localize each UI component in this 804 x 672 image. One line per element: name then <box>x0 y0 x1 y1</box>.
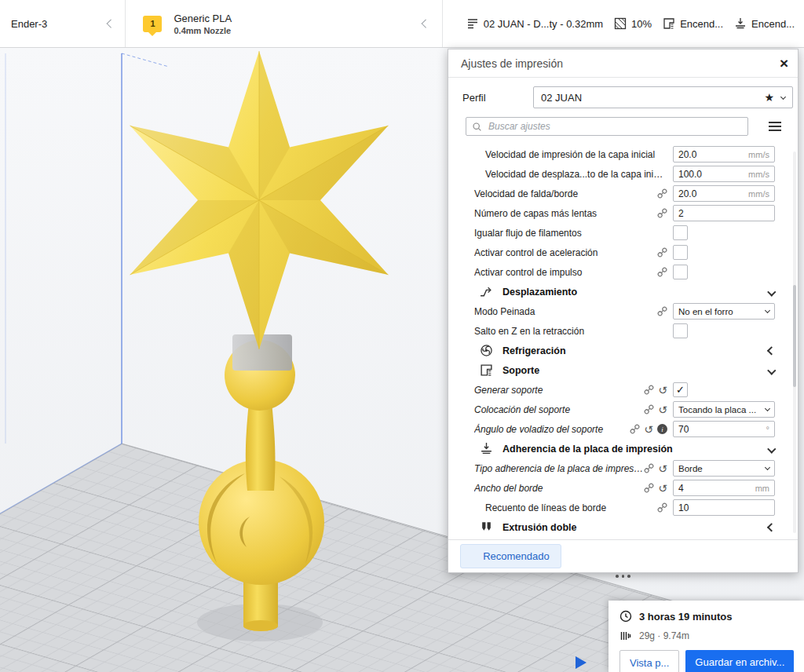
adhesion-icon <box>734 17 747 30</box>
infill-value: 10% <box>631 18 652 30</box>
print-settings-summary[interactable]: 02 JUAN - D...ty - 0.32mm 10% Encend... … <box>443 0 804 47</box>
material-usage-row: 29g · 9.74m <box>619 630 793 642</box>
chevron-left-icon <box>422 19 431 28</box>
scrollbar-thumb[interactable] <box>793 285 796 387</box>
material-usage: 29g · 9.74m <box>639 630 689 641</box>
support-summary-item: Encend... <box>663 17 723 30</box>
info-icon[interactable]: i <box>657 424 667 434</box>
setting-checkbox[interactable] <box>673 265 688 279</box>
print-settings-panel: Ajustes de impresión × Perfil 02 JUAN ★ … <box>448 49 799 573</box>
play-icon[interactable] <box>576 656 587 669</box>
setting-label: Ancho del borde <box>474 483 644 494</box>
material-selector[interactable]: 1 Generic PLA 0.4mm Nozzle <box>126 0 442 47</box>
profile-value: 02 JUAN <box>541 92 757 104</box>
setting-input[interactable]: 2 <box>673 205 775 221</box>
profile-label: Perfil <box>462 92 525 104</box>
chevron-down-icon <box>765 308 770 313</box>
category-row-soporte[interactable]: Soporte <box>448 360 798 380</box>
revert-icon[interactable]: ↺ <box>658 385 667 396</box>
setting-label: Modo Peinada <box>474 306 657 317</box>
setting-checkbox[interactable]: ✓ <box>673 382 688 397</box>
setting-row-tipo-adherencia-de-la-placa-de-impresion: Tipo adherencia de la placa de impresión… <box>448 458 798 478</box>
chevron-left-icon <box>471 553 477 559</box>
category-row-extrusion-doble[interactable]: Extrusión doble <box>448 517 798 537</box>
adhesion-value: Encend... <box>751 18 795 30</box>
setting-row-modo-peinada: Modo PeinadaNo en el forro <box>448 301 798 321</box>
link-icon <box>657 188 667 199</box>
link-icon <box>657 247 667 257</box>
favorite-star-icon[interactable]: ★ <box>764 92 774 103</box>
panel-title: Ajustes de impresión <box>461 57 780 70</box>
chevron-down-icon <box>768 287 777 296</box>
travel-icon <box>480 285 493 298</box>
build-volume-lines <box>5 53 169 444</box>
setting-checkbox[interactable] <box>673 323 688 338</box>
top-bar: Ender-3 1 Generic PLA 0.4mm Nozzle 02 JU… <box>0 0 804 48</box>
printer-name: Ender-3 <box>11 18 47 30</box>
category-label: Adherencia de la placa de impresión <box>502 444 759 455</box>
setting-row-velocidad-de-falda-borde: Velocidad de falda/borde20.0mm/s <box>448 184 798 203</box>
setting-select[interactable]: Borde <box>673 460 775 477</box>
material-name: Generic PLA <box>174 13 232 24</box>
setting-checkbox[interactable] <box>673 245 688 260</box>
setting-input[interactable]: 70° <box>673 421 775 437</box>
infill-summary-item: 10% <box>614 17 652 30</box>
support-block <box>232 334 292 371</box>
recommended-button[interactable]: Recomendado <box>460 544 561 568</box>
setting-input[interactable]: 4mm <box>673 480 775 496</box>
setting-row-generar-soporte: Generar soporte↺✓ <box>448 380 798 400</box>
chevron-down-icon <box>768 366 777 374</box>
setting-select[interactable]: No en el forro <box>673 303 775 320</box>
setting-row-recuento-de-lineas-de-borde: Recuento de líneas de borde10 <box>448 498 798 517</box>
category-label: Refrigeración <box>502 345 759 356</box>
chevron-down-icon <box>765 465 770 470</box>
link-icon <box>657 502 667 513</box>
setting-input[interactable]: 100.0mm/s <box>673 166 775 182</box>
setting-label: Generar soporte <box>474 385 644 396</box>
support-icon <box>480 363 493 377</box>
setting-input[interactable]: 20.0mm/s <box>673 185 775 202</box>
setting-label: Activar control de aceleración <box>474 247 657 258</box>
setting-row-igualar-flujo-de-filamentos: Igualar flujo de filamentos <box>448 223 798 243</box>
preview-button[interactable]: Vista p... <box>619 650 679 672</box>
printer-selector[interactable]: Ender-3 <box>0 0 126 47</box>
save-to-file-button[interactable]: Guardar en archiv... <box>685 650 794 672</box>
setting-label: Activar control de impulso <box>474 267 657 278</box>
setting-select[interactable]: Tocando la placa ... <box>673 401 775 418</box>
infill-icon <box>614 17 627 30</box>
support-value: Encend... <box>680 18 723 30</box>
settings-menu-icon[interactable] <box>769 122 781 131</box>
setting-row-velocidad-de-desplaza-to-de-la-capa-inicial: Velocidad de desplaza...to de la capa in… <box>448 164 798 184</box>
setting-row-numero-de-capas-mas-lentas: Número de capas más lentas2 <box>448 203 798 223</box>
setting-label: Velocidad de impresión de la capa inicia… <box>474 149 667 160</box>
link-icon <box>644 463 654 473</box>
category-row-adherencia-de-la-placa-de-impresion[interactable]: Adherencia de la placa de impresión <box>448 439 798 458</box>
profile-dropdown[interactable]: 02 JUAN ★ <box>533 86 793 108</box>
setting-label: Ángulo de voladizo del soporte <box>474 424 630 435</box>
nozzle-size: 0.4mm Nozzle <box>174 26 232 35</box>
link-icon <box>657 306 667 316</box>
link-icon <box>644 483 654 493</box>
revert-icon[interactable]: ↺ <box>644 424 653 435</box>
revert-icon[interactable]: ↺ <box>658 483 667 494</box>
panel-drag-handle[interactable] <box>616 575 630 578</box>
revert-icon[interactable]: ↺ <box>658 404 667 415</box>
setting-input[interactable]: 10 <box>673 499 775 516</box>
search-box[interactable] <box>466 117 748 136</box>
search-icon <box>472 122 482 132</box>
setting-checkbox[interactable] <box>673 225 688 240</box>
search-input[interactable] <box>487 120 742 133</box>
setting-input[interactable]: 20.0mm/s <box>673 146 775 163</box>
category-label: Desplazamiento <box>502 287 759 298</box>
close-icon[interactable]: × <box>780 56 788 71</box>
adhesion-icon <box>480 442 493 455</box>
setting-row-salto-en-z-en-la-retraccion: Salto en Z en la retracción <box>448 321 798 341</box>
category-row-refrigeracion[interactable]: Refrigeración <box>448 341 798 360</box>
revert-icon[interactable]: ↺ <box>658 463 667 474</box>
recommended-label: Recomendado <box>483 550 550 562</box>
chevron-left-icon <box>107 19 116 28</box>
category-label: Soporte <box>502 365 759 376</box>
chevron-down-icon <box>780 93 786 99</box>
chevron-down-icon <box>768 444 777 453</box>
category-row-desplazamiento[interactable]: Desplazamiento <box>448 282 798 301</box>
